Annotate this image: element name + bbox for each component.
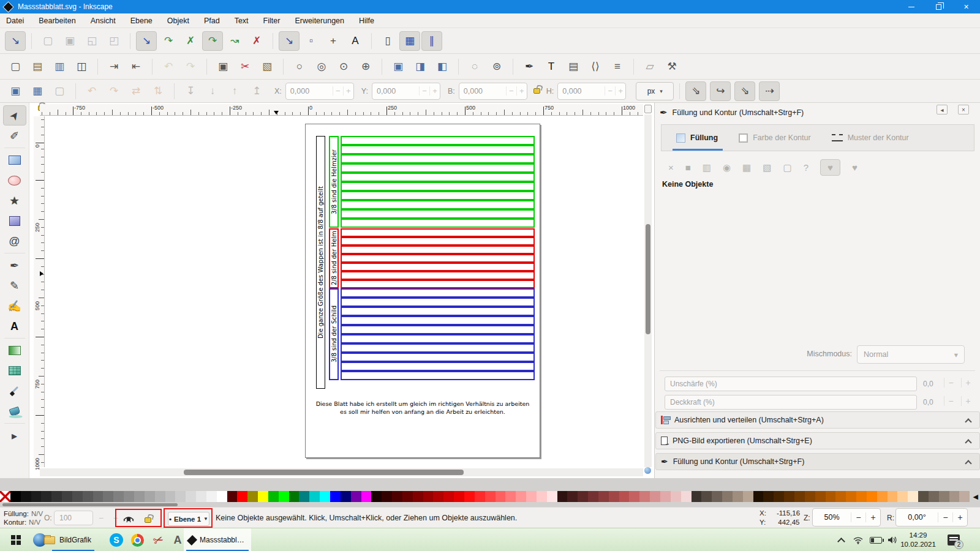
palette-swatch-12[interactable]: [124, 491, 134, 502]
palette-swatch-80[interactable]: [826, 491, 836, 502]
palette-swatch-46[interactable]: [475, 491, 485, 502]
snap-object-centers-button[interactable]: ▫: [301, 31, 322, 51]
selector-tool[interactable]: ➤: [3, 105, 26, 126]
preferences-button[interactable]: ⚒: [662, 57, 682, 77]
palette-swatch-81[interactable]: [835, 491, 846, 502]
palette-swatch-87[interactable]: [897, 491, 908, 502]
unlink-clone-button[interactable]: ◧: [432, 57, 453, 77]
palette-swatch-61[interactable]: [629, 491, 639, 502]
tray-notifications-button[interactable]: 2: [943, 528, 964, 551]
no-paint-button[interactable]: ×: [668, 163, 674, 172]
unit-dropdown[interactable]: px▾: [636, 82, 674, 100]
palette-swatch-55[interactable]: [567, 491, 578, 502]
palette-swatch-6[interactable]: [62, 491, 72, 502]
blur-plus-button[interactable]: +: [961, 378, 974, 388]
palette-swatch-59[interactable]: [609, 491, 619, 502]
pattern-button[interactable]: ▦: [742, 163, 751, 172]
palette-swatch-83[interactable]: [856, 491, 867, 502]
palette-swatch-65[interactable]: [671, 491, 681, 502]
palette-swatch-56[interactable]: [578, 491, 588, 502]
taskbar-inkscape-button[interactable]: Massstabblatt.svg -...: [184, 528, 251, 551]
palette-swatch-28[interactable]: [289, 491, 300, 502]
scale-gradients-toggle-button[interactable]: ⇘: [734, 81, 755, 101]
print-button[interactable]: ▥: [49, 57, 70, 77]
scale-patterns-toggle-button[interactable]: ⇢: [759, 81, 780, 101]
palette-swatch-33[interactable]: [341, 491, 351, 502]
palette-swatch-23[interactable]: [237, 491, 247, 502]
close-button[interactable]: ×: [952, 0, 980, 13]
palette-swatch-78[interactable]: [805, 491, 815, 502]
x-minus-button[interactable]: −: [333, 86, 343, 96]
width-plus-button[interactable]: +: [516, 86, 527, 96]
pen-tool[interactable]: ✒: [3, 255, 26, 276]
blur-minus-button[interactable]: −: [944, 378, 957, 388]
palette-swatch-26[interactable]: [268, 491, 279, 502]
menu-filter[interactable]: Filter: [263, 17, 281, 25]
palette-swatch-31[interactable]: [320, 491, 330, 502]
palette-swatch-25[interactable]: [258, 491, 268, 502]
rotate-ccw-button[interactable]: ↶: [81, 81, 102, 101]
zoom-page-width-button[interactable]: ⊕: [355, 57, 376, 77]
spiral-tool[interactable]: @: [3, 231, 26, 251]
palette-swatch-42[interactable]: [433, 491, 443, 502]
palette-swatch-7[interactable]: [72, 491, 83, 502]
raise-one-step-button[interactable]: ↑: [224, 81, 245, 101]
gradient-tool[interactable]: [3, 340, 26, 361]
palette-swatch-91[interactable]: [939, 491, 949, 502]
menu-ebene[interactable]: Ebene: [130, 17, 153, 25]
menu-objekt[interactable]: Objekt: [167, 17, 189, 25]
horizontal-scrollbar[interactable]: [40, 468, 643, 476]
snap-enable-button[interactable]: ↘: [5, 31, 26, 51]
pencil-tool[interactable]: ✎: [3, 276, 26, 296]
rotate-ccw-button[interactable]: −: [938, 512, 952, 522]
taskbar-skype-button[interactable]: S: [107, 528, 126, 551]
palette-swatch-39[interactable]: [402, 491, 413, 502]
snap-bbox-corners-button[interactable]: ◱: [81, 31, 102, 51]
cut-button[interactable]: ✂: [235, 57, 255, 77]
x-field[interactable]: 0,000−+: [285, 83, 354, 100]
undo-button[interactable]: ↶: [158, 57, 179, 77]
palette-swatch-74[interactable]: [763, 491, 774, 502]
palette-swatch-41[interactable]: [423, 491, 434, 502]
opacity-field[interactable]: 100: [54, 511, 93, 525]
snap-text-baselines-button[interactable]: A: [345, 31, 366, 51]
palette-swatch-35[interactable]: [361, 491, 372, 502]
palette-swatch-68[interactable]: [701, 491, 712, 502]
rotate-cw-button[interactable]: +: [952, 512, 967, 522]
palette-swatch-20[interactable]: [206, 491, 217, 502]
align-distribute-dialog-button[interactable]: ≡: [607, 57, 628, 77]
height-minus-button[interactable]: −: [605, 86, 615, 96]
dropper-tool[interactable]: [3, 381, 26, 401]
fill-stroke-dialog-button[interactable]: ✒: [519, 57, 540, 77]
taskbar-explorer-button[interactable]: BildGrafik: [39, 528, 96, 551]
palette-swatch-37[interactable]: [382, 491, 392, 502]
layer-lock-icon[interactable]: [145, 517, 151, 523]
palette-swatch-72[interactable]: [743, 491, 753, 502]
ellipse-tool[interactable]: [3, 170, 26, 190]
palette-none-swatch[interactable]: [0, 491, 10, 502]
palette-swatch-16[interactable]: [165, 491, 176, 502]
y-minus-button[interactable]: −: [419, 86, 429, 96]
palette-swatch-9[interactable]: [93, 491, 104, 502]
palette-swatch-69[interactable]: [712, 491, 722, 502]
snap-nodes-button[interactable]: ↘: [136, 31, 157, 51]
menu-bearbeiten[interactable]: Bearbeiten: [39, 17, 75, 25]
snap-guides-button[interactable]: ∥: [421, 31, 442, 51]
palette-swatch-64[interactable]: [660, 491, 671, 502]
palette-swatch-8[interactable]: [83, 491, 93, 502]
menu-text[interactable]: Text: [235, 17, 249, 25]
linear-gradient-button[interactable]: ▥: [703, 163, 711, 172]
palette-swatch-29[interactable]: [299, 491, 309, 502]
palette-swatch-4[interactable]: [41, 491, 51, 502]
canvas[interactable]: Die ganze Größe des Wappen ist in 8/8 au…: [45, 116, 643, 461]
more-tools[interactable]: ▸: [3, 425, 26, 446]
scale-corners-toggle-button[interactable]: ↪: [710, 81, 731, 101]
scale-stroke-toggle-button[interactable]: ⇘: [685, 81, 706, 101]
layers-dialog-button[interactable]: ▤: [563, 57, 584, 77]
tab-muster-der-kontur[interactable]: Muster der Kontur: [832, 125, 909, 151]
palette-swatch-5[interactable]: [51, 491, 62, 502]
height-field[interactable]: 0,000−+: [557, 83, 626, 100]
document-properties-button[interactable]: ▱: [639, 57, 660, 77]
create-clone-button[interactable]: ◨: [410, 57, 431, 77]
palette-swatch-45[interactable]: [464, 491, 475, 502]
